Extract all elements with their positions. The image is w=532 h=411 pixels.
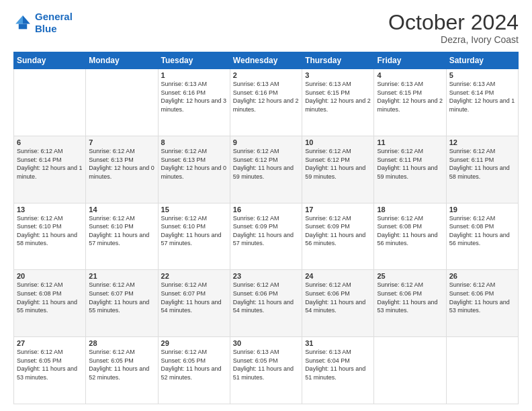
day-info: Sunrise: 6:12 AM Sunset: 6:09 PM Dayligh… [305,214,371,248]
day-number: 28 [89,339,154,347]
day-info: Sunrise: 6:12 AM Sunset: 6:05 PM Dayligh… [161,348,227,381]
calendar-cell: 19 Sunrise: 6:12 AM Sunset: 6:08 PM Dayl… [446,203,518,270]
col-saturday: Saturday [446,52,518,69]
day-number: 19 [449,205,515,214]
calendar-cell: 9 Sunrise: 6:12 AM Sunset: 6:12 PM Dayli… [230,136,302,203]
day-number: 8 [161,138,227,146]
day-number: 22 [161,272,227,280]
day-number: 24 [305,272,371,280]
day-number: 20 [17,272,83,280]
calendar-cell: 2 Sunrise: 6:13 AM Sunset: 6:16 PM Dayli… [230,69,302,136]
day-info: Sunrise: 6:12 AM Sunset: 6:10 PM Dayligh… [89,214,154,248]
day-info: Sunrise: 6:12 AM Sunset: 6:11 PM Dayligh… [449,147,515,181]
calendar-cell: 24 Sunrise: 6:12 AM Sunset: 6:06 PM Dayl… [302,270,374,337]
calendar-cell: 14 Sunrise: 6:12 AM Sunset: 6:10 PM Dayl… [86,203,158,270]
day-number: 4 [377,71,443,79]
day-info: Sunrise: 6:12 AM Sunset: 6:13 PM Dayligh… [161,147,227,181]
day-number: 3 [305,71,371,79]
calendar-cell: 22 Sunrise: 6:12 AM Sunset: 6:07 PM Dayl… [158,270,230,337]
day-info: Sunrise: 6:13 AM Sunset: 6:05 PM Dayligh… [233,348,299,381]
day-info: Sunrise: 6:13 AM Sunset: 6:14 PM Dayligh… [449,80,515,113]
day-number: 2 [233,71,299,79]
calendar-table: Sunday Monday Tuesday Wednesday Thursday… [13,52,519,404]
day-number: 12 [449,138,515,146]
day-info: Sunrise: 6:13 AM Sunset: 6:16 PM Dayligh… [233,80,299,113]
calendar-cell: 6 Sunrise: 6:12 AM Sunset: 6:14 PM Dayli… [14,136,86,203]
calendar-cell: 13 Sunrise: 6:12 AM Sunset: 6:10 PM Dayl… [14,203,86,270]
day-number: 1 [161,71,227,79]
day-number: 31 [305,339,371,347]
calendar-cell: 27 Sunrise: 6:12 AM Sunset: 6:05 PM Dayl… [14,337,86,404]
day-info: Sunrise: 6:12 AM Sunset: 6:05 PM Dayligh… [89,348,154,381]
day-number: 14 [89,205,154,214]
col-monday: Monday [86,52,158,69]
day-number: 30 [233,339,299,347]
day-info: Sunrise: 6:12 AM Sunset: 6:06 PM Dayligh… [377,281,443,314]
calendar-cell: 25 Sunrise: 6:12 AM Sunset: 6:06 PM Dayl… [374,270,446,337]
day-info: Sunrise: 6:13 AM Sunset: 6:15 PM Dayligh… [377,80,443,113]
location-subtitle: Dezra, Ivory Coast [388,34,519,45]
day-number: 15 [161,205,227,214]
day-info: Sunrise: 6:12 AM Sunset: 6:13 PM Dayligh… [89,147,154,181]
day-info: Sunrise: 6:12 AM Sunset: 6:10 PM Dayligh… [17,214,83,248]
col-tuesday: Tuesday [158,52,230,69]
day-number: 21 [89,272,154,280]
day-info: Sunrise: 6:12 AM Sunset: 6:06 PM Dayligh… [449,281,515,314]
col-thursday: Thursday [302,52,374,69]
calendar-cell: 31 Sunrise: 6:13 AM Sunset: 6:04 PM Dayl… [302,337,374,404]
title-block: October 2024 Dezra, Ivory Coast [388,11,519,45]
week-row-3: 20 Sunrise: 6:12 AM Sunset: 6:08 PM Dayl… [14,270,519,337]
logo: General Blue [13,11,73,35]
svg-rect-3 [19,24,27,30]
day-number: 23 [233,272,299,280]
week-row-1: 6 Sunrise: 6:12 AM Sunset: 6:14 PM Dayli… [14,136,519,203]
day-number: 27 [17,339,83,347]
week-row-4: 27 Sunrise: 6:12 AM Sunset: 6:05 PM Dayl… [14,337,519,404]
col-friday: Friday [374,52,446,69]
day-number: 10 [305,138,371,146]
day-info: Sunrise: 6:12 AM Sunset: 6:08 PM Dayligh… [17,281,83,314]
logo-line1: General [35,11,73,22]
calendar-cell: 3 Sunrise: 6:13 AM Sunset: 6:15 PM Dayli… [302,69,374,136]
day-number: 26 [449,272,515,280]
calendar-cell: 5 Sunrise: 6:13 AM Sunset: 6:14 PM Dayli… [446,69,518,136]
day-number: 11 [377,138,443,146]
day-number: 17 [305,205,371,214]
calendar-cell [14,69,86,136]
logo-line2: Blue [35,23,57,34]
day-number: 29 [161,339,227,347]
calendar-cell: 12 Sunrise: 6:12 AM Sunset: 6:11 PM Dayl… [446,136,518,203]
calendar-cell: 16 Sunrise: 6:12 AM Sunset: 6:09 PM Dayl… [230,203,302,270]
day-info: Sunrise: 6:12 AM Sunset: 6:06 PM Dayligh… [305,281,371,314]
day-info: Sunrise: 6:12 AM Sunset: 6:09 PM Dayligh… [233,214,299,248]
calendar-cell: 21 Sunrise: 6:12 AM Sunset: 6:07 PM Dayl… [86,270,158,337]
calendar-cell: 1 Sunrise: 6:13 AM Sunset: 6:16 PM Dayli… [158,69,230,136]
header: General Blue October 2024 Dezra, Ivory C… [13,11,519,45]
calendar-cell: 20 Sunrise: 6:12 AM Sunset: 6:08 PM Dayl… [14,270,86,337]
calendar-cell: 10 Sunrise: 6:12 AM Sunset: 6:12 PM Dayl… [302,136,374,203]
calendar-cell: 11 Sunrise: 6:12 AM Sunset: 6:11 PM Dayl… [374,136,446,203]
month-title: October 2024 [388,11,519,34]
calendar-cell: 8 Sunrise: 6:12 AM Sunset: 6:13 PM Dayli… [158,136,230,203]
day-number: 6 [17,138,83,146]
logo-icon [13,13,32,32]
day-info: Sunrise: 6:12 AM Sunset: 6:12 PM Dayligh… [305,147,371,181]
day-info: Sunrise: 6:12 AM Sunset: 6:12 PM Dayligh… [233,147,299,181]
day-info: Sunrise: 6:12 AM Sunset: 6:06 PM Dayligh… [233,281,299,314]
week-row-0: 1 Sunrise: 6:13 AM Sunset: 6:16 PM Dayli… [14,69,519,136]
calendar-cell: 26 Sunrise: 6:12 AM Sunset: 6:06 PM Dayl… [446,270,518,337]
day-info: Sunrise: 6:13 AM Sunset: 6:04 PM Dayligh… [305,348,371,381]
calendar-cell: 17 Sunrise: 6:12 AM Sunset: 6:09 PM Dayl… [302,203,374,270]
logo-text: General Blue [35,11,73,35]
calendar-cell: 28 Sunrise: 6:12 AM Sunset: 6:05 PM Dayl… [86,337,158,404]
calendar-cell: 18 Sunrise: 6:12 AM Sunset: 6:08 PM Dayl… [374,203,446,270]
col-sunday: Sunday [14,52,86,69]
calendar-cell: 29 Sunrise: 6:12 AM Sunset: 6:05 PM Dayl… [158,337,230,404]
day-number: 5 [449,71,515,79]
day-number: 25 [377,272,443,280]
day-number: 9 [233,138,299,146]
calendar-cell: 15 Sunrise: 6:12 AM Sunset: 6:10 PM Dayl… [158,203,230,270]
calendar-header-row: Sunday Monday Tuesday Wednesday Thursday… [14,52,519,69]
day-info: Sunrise: 6:12 AM Sunset: 6:07 PM Dayligh… [161,281,227,314]
page: General Blue October 2024 Dezra, Ivory C… [0,0,532,411]
